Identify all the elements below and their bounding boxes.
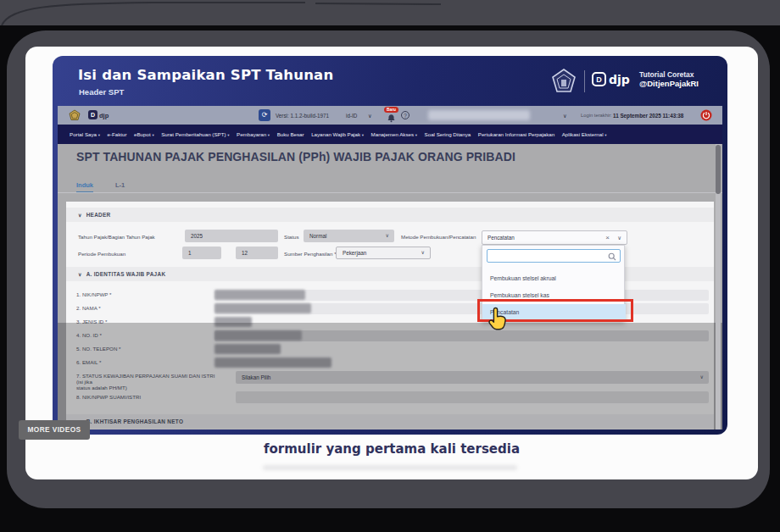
sumber-select[interactable]: Pekerjaan∨ [336, 247, 431, 259]
logout-icon[interactable] [700, 109, 712, 121]
video-title: Isi dan Sampaikan SPT Tahunan [78, 67, 333, 83]
app-screenshot: D djp ⟳ Versi: 1.1.2-build-1971 id-ID ∨ … [58, 106, 722, 429]
nav-item-faq[interactable]: Soal Sering Ditanya [425, 131, 471, 137]
chevron-down-icon: ∨ [421, 247, 425, 258]
app-window: Isi dan Sampaikan SPT Tahunan Header SPT… [53, 56, 727, 435]
background-band [0, 0, 780, 25]
row-nik-redacted [214, 290, 305, 300]
video-caption: formulir yang pertama kali tersedia [25, 441, 758, 457]
caption-ghost [263, 465, 517, 470]
tutorial-line2: @DitjenPajakRI [639, 79, 699, 88]
tab-l1[interactable]: L-1 [115, 181, 125, 189]
nav-item-spt[interactable]: Surat Pemberitahuan (SPT) ▾ [161, 131, 229, 137]
periode-from-input[interactable]: 1 [182, 247, 221, 259]
dim-overlay [58, 323, 722, 429]
djp-logo-icon: D [592, 72, 606, 86]
dropdown-search-input[interactable] [487, 249, 621, 263]
background-curve [0, 0, 780, 25]
row-nama-label: 2. NAMA * [76, 305, 101, 311]
video-subtitle: Header SPT [79, 87, 124, 97]
collapse-icon[interactable]: ∨ [78, 272, 82, 277]
nav-item-portal-saya[interactable]: Portal Saya ▾ [70, 131, 100, 137]
last-login-datetime: 11 September 2025 11:43:38 [613, 113, 683, 119]
section-identity-title: ∨A. IDENTITAS WAJIB PAJAK [78, 271, 165, 277]
main-nav: Portal Saya ▾ e-Faktur eBupot ▾ Surat Pe… [58, 125, 722, 144]
tab-induk[interactable]: Induk [76, 181, 93, 193]
scrollbar-thumb[interactable] [716, 145, 721, 194]
page-title: SPT TAHUNAN PAJAK PENGHASILAN (PPh) WAJI… [76, 150, 515, 163]
search-icon [608, 252, 616, 261]
bell-icon[interactable] [387, 114, 395, 123]
kemenkeu-logo-icon [551, 68, 577, 95]
tahun-pajak-label: Tahun Pajak/Bagian Tahun Pajak [78, 234, 155, 240]
sumber-label: Sumber Penghasilan * [284, 251, 337, 257]
last-login-label: Login terakhir: [581, 113, 612, 118]
kemenkeu-small-icon [69, 109, 81, 121]
section-band-header[interactable] [66, 208, 714, 222]
video-frame: Isi dan Sampaikan SPT Tahunan Header SPT… [0, 0, 780, 532]
djp-logo-word: djp [609, 73, 630, 86]
periode-to-input[interactable]: 12 [236, 247, 278, 259]
locale-text: id-ID [346, 113, 357, 119]
chevron-down-icon: ∨ [386, 230, 389, 242]
tahun-pajak-input[interactable]: 2025 [185, 230, 278, 242]
nav-item-e-faktur[interactable]: e-Faktur [108, 131, 127, 137]
djp-logo: D djp [592, 72, 630, 86]
chevron-down-icon[interactable]: ∨ [617, 231, 621, 244]
app-topbar: D djp ⟳ Versi: 1.1.2-build-1971 id-ID ∨ … [58, 106, 722, 125]
section-header-title: ∨HEADER [78, 212, 111, 218]
nav-item-manajemen-akses[interactable]: Manajemen Akses ▾ [371, 131, 418, 137]
tabs-divider [58, 192, 722, 193]
nav-item-buku-besar[interactable]: Buku Besar [277, 131, 304, 137]
version-text: Versi: 1.1.2-build-1971 [276, 113, 329, 119]
metode-combobox[interactable]: Pencatatan × ∨ [482, 230, 627, 245]
collapse-icon[interactable]: ∨ [78, 213, 82, 218]
version-chevron-icon[interactable]: ∨ [368, 113, 372, 119]
hand-cursor-icon [488, 307, 508, 330]
djp-topbar-icon: D [88, 110, 98, 119]
refresh-badge-icon[interactable]: ⟳ [259, 109, 270, 121]
profile-chevron-icon[interactable]: ∨ [563, 113, 567, 119]
row-nik-label: 1. NIK/NPWP * [76, 291, 112, 297]
status-label: Status [284, 234, 299, 240]
periode-label: Periode Pembukuan [78, 251, 125, 257]
tutorial-brand: Tutorial Coretax @DitjenPajakRI [639, 70, 699, 88]
header-divider [584, 70, 585, 92]
username-redacted [428, 110, 530, 120]
more-videos-badge[interactable]: MORE VIDEOS [19, 420, 90, 440]
nav-item-pembayaran[interactable]: Pembayaran ▾ [237, 131, 270, 137]
nav-item-layanan-wp[interactable]: Layanan Wajib Pajak ▾ [311, 131, 364, 137]
metode-label: Metode Pembukuan/Pencatatan [401, 234, 482, 240]
row-nama-redacted [214, 303, 311, 313]
nav-item-aplikasi-eksternal[interactable]: Aplikasi Eksternal ▾ [562, 131, 607, 137]
help-icon[interactable]: ? [401, 111, 410, 119]
djp-topbar-word: djp [99, 112, 109, 119]
status-select[interactable]: Normal∨ [304, 230, 394, 242]
nav-item-pertukaran-info[interactable]: Pertukaran Informasi Perpajakan [478, 131, 554, 137]
option-pembukuan-akrual[interactable]: Pembukuan stelsel akrual [482, 270, 626, 287]
nav-item-ebupot[interactable]: eBupot ▾ [134, 131, 154, 137]
clear-icon[interactable]: × [605, 231, 610, 244]
new-badge: Baru [384, 107, 398, 113]
tutorial-line1: Tutorial Coretax [639, 70, 699, 79]
